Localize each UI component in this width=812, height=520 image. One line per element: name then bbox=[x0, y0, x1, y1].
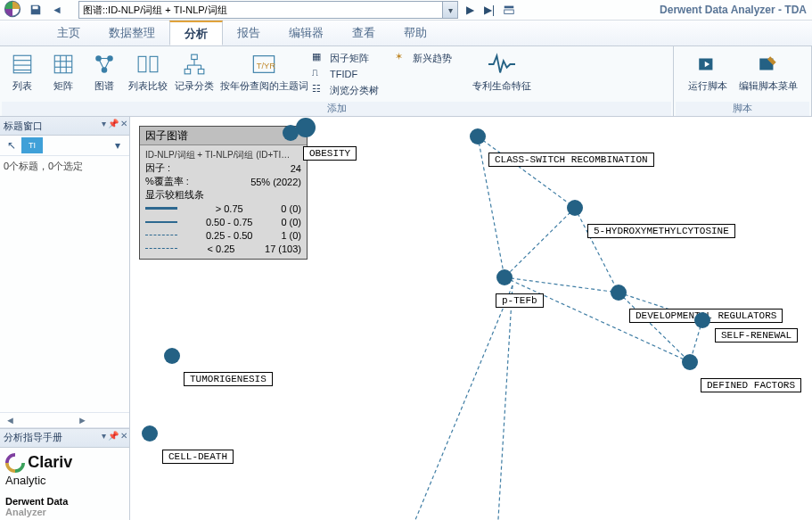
svg-rect-22 bbox=[198, 69, 204, 73]
left-column: 标题窗口 ▾ 📌 ✕ ↖ TI ▾ 0个标题，0个选定 ◄ ► 分析指导手册 bbox=[0, 117, 130, 520]
btn-topic-by-year[interactable]: T/YR 按年份查阅的主题词 bbox=[217, 48, 310, 100]
graph-node-label-tumor[interactable]: TUMORIGENESIS bbox=[184, 372, 273, 386]
clarivate-logo-icon bbox=[5, 453, 25, 475]
pulse-icon bbox=[488, 50, 516, 78]
btn-run-script[interactable]: 运行脚本 bbox=[682, 48, 734, 100]
svg-rect-18 bbox=[138, 56, 146, 71]
guide-pane: 分析指导手册 ▾ 📌 ✕ Clariv Analytic bbox=[0, 428, 129, 520]
btn-patent-life[interactable]: 专利生命特征 bbox=[466, 48, 537, 100]
svg-line-41 bbox=[398, 285, 513, 520]
title-window-toolbar: ↖ TI ▾ bbox=[0, 136, 129, 156]
tree-icon bbox=[180, 50, 209, 78]
context-dropdown[interactable]: 图谱::ID-NLP/词组 + TI-NLP/词组 ▾ bbox=[78, 1, 458, 19]
left-scroll-indicator[interactable]: ◄ ► bbox=[0, 412, 129, 428]
cursor-icon[interactable]: ↖ bbox=[4, 137, 20, 153]
svg-rect-1 bbox=[504, 6, 514, 9]
network-icon bbox=[90, 50, 119, 78]
graph-node-class[interactable] bbox=[470, 128, 486, 144]
app-icon bbox=[4, 0, 23, 20]
btn-map[interactable]: 图谱 bbox=[84, 48, 125, 100]
tab-help[interactable]: 帮助 bbox=[390, 21, 441, 45]
graph-node-label-pTEFb[interactable]: p-TEFb bbox=[496, 293, 544, 308]
scroll-right-icon[interactable]: ► bbox=[78, 415, 87, 425]
graph-node-celldeath[interactable] bbox=[142, 425, 158, 442]
close-icon[interactable]: ✕ bbox=[120, 119, 127, 128]
ti-badge[interactable]: TI bbox=[21, 137, 43, 153]
btn-record-class[interactable]: 记录分类 bbox=[171, 48, 217, 100]
scroll-left-icon[interactable]: ◄ bbox=[5, 415, 15, 425]
tab-report[interactable]: 报告 bbox=[223, 21, 275, 45]
legend-panel[interactable]: 因子图谱 ID-NLP/词组 + TI-NLP/词组 (ID+TI… 因子 : … bbox=[139, 126, 308, 260]
title-window-body: 0个标题，0个选定 bbox=[0, 156, 129, 412]
svg-rect-19 bbox=[150, 56, 158, 71]
chevron-down-icon[interactable]: ▾ bbox=[110, 137, 126, 153]
close-icon[interactable]: ✕ bbox=[120, 431, 127, 441]
sparkle-icon: ✶ bbox=[395, 51, 409, 65]
btn-factor-matrix[interactable]: ▦ 因子矩阵 bbox=[310, 50, 384, 66]
svg-line-42 bbox=[496, 285, 513, 520]
ribbon-group-script: 运行脚本 编辑脚本菜单 脚本 bbox=[674, 46, 812, 116]
workspace: 标题窗口 ▾ 📌 ✕ ↖ TI ▾ 0个标题，0个选定 ◄ ► 分析指导手册 bbox=[0, 117, 812, 520]
folder-tree-icon: ☷ bbox=[312, 83, 326, 97]
window-title: Derwent Data Analyzer - TDA bbox=[660, 0, 807, 20]
ribbon-group-add: 列表 矩阵 图谱 列表比较 bbox=[0, 46, 674, 116]
graph-node-label-selfren[interactable]: SELF-RENEWAL bbox=[715, 328, 798, 343]
graph-node-tumor[interactable] bbox=[164, 348, 180, 364]
skip-forward-icon[interactable]: ▶| bbox=[481, 2, 497, 18]
save-icon[interactable] bbox=[27, 1, 45, 19]
graph-node-hydroxy[interactable] bbox=[567, 200, 583, 216]
btn-browse-tree[interactable]: ☷ 浏览分类树 bbox=[310, 82, 384, 98]
graph-node-pTEFb[interactable] bbox=[496, 269, 513, 285]
graph-node-obesity[interactable] bbox=[283, 125, 299, 141]
btn-edit-script-menu[interactable]: 编辑脚本菜单 bbox=[734, 48, 803, 100]
titlebar: ◄ 图谱::ID-NLP/词组 + TI-NLP/词组 ▾ ▶ ▶| Derwe… bbox=[0, 0, 812, 21]
pin-icon[interactable]: 📌 bbox=[108, 119, 119, 128]
undo-icon[interactable]: ◄ bbox=[48, 1, 66, 19]
graph-node-label-obesity[interactable]: OBESITY bbox=[303, 146, 357, 161]
btn-list[interactable]: 列表 bbox=[2, 48, 43, 100]
btn-emerging[interactable]: ✶ 新兴趋势 bbox=[393, 50, 457, 66]
tab-home[interactable]: 主页 bbox=[43, 21, 94, 45]
btn-matrix[interactable]: 矩阵 bbox=[43, 48, 84, 100]
guide-body: Clariv Analytic Derwent Data Analyzer bbox=[0, 448, 129, 520]
legend-factors-value: 24 bbox=[291, 163, 301, 174]
graph-node-label-defined[interactable]: DEFINED FACTORS bbox=[701, 378, 801, 392]
tab-analysis[interactable]: 分析 bbox=[169, 21, 223, 45]
graph-node-devreg[interactable] bbox=[611, 285, 627, 301]
graph-node-label-hydroxy[interactable]: 5-HYDROXYMETHYLCYTOSINE bbox=[587, 224, 735, 238]
graph-node-defined[interactable] bbox=[682, 354, 698, 370]
play-icon[interactable]: ▶ bbox=[462, 2, 478, 18]
svg-rect-20 bbox=[192, 54, 198, 59]
menubar: 主页 数据整理 分析 报告 编辑器 查看 帮助 bbox=[0, 21, 812, 46]
tab-view[interactable]: 查看 bbox=[338, 21, 390, 45]
year-topic-icon: T/YR bbox=[250, 50, 278, 78]
svg-line-35 bbox=[575, 208, 619, 293]
layout-options-icon[interactable] bbox=[501, 2, 517, 18]
tfidf-icon: ⎍ bbox=[312, 67, 326, 81]
graph-node-label-celldeath[interactable]: CELL-DEATH bbox=[162, 450, 234, 464]
pane-header-title-window[interactable]: 标题窗口 ▾ 📌 ✕ bbox=[0, 117, 129, 136]
legend-subtitle: ID-NLP/词组 + TI-NLP/词组 (ID+TI… bbox=[145, 149, 301, 161]
chevron-down-icon[interactable]: ▾ bbox=[442, 2, 457, 18]
legend-coverage-value: 55% (2022) bbox=[250, 177, 301, 187]
svg-rect-2 bbox=[504, 10, 514, 13]
graph-node-label-class[interactable]: CLASS-SWITCH RECOMBINATION bbox=[488, 153, 654, 167]
legend-origin-node bbox=[296, 118, 316, 137]
pin-icon[interactable]: 📌 bbox=[108, 431, 119, 441]
menu-chevron-icon[interactable]: ▾ bbox=[102, 119, 106, 128]
btn-tfidf[interactable]: ⎍ TFIDF bbox=[310, 66, 384, 82]
matrix-icon bbox=[49, 50, 78, 78]
pane-header-guide[interactable]: 分析指导手册 ▾ 📌 ✕ bbox=[0, 429, 129, 448]
graph-node-selfren[interactable] bbox=[694, 312, 710, 328]
btn-list-compare[interactable]: 列表比较 bbox=[125, 48, 171, 100]
ribbon-group-script-label: 脚本 bbox=[676, 102, 809, 116]
svg-rect-7 bbox=[54, 55, 72, 73]
legend-factors-label: 因子 : bbox=[145, 161, 170, 175]
svg-text:T/YR: T/YR bbox=[257, 62, 276, 70]
graph-canvas[interactable]: 因子图谱 ID-NLP/词组 + TI-NLP/词组 (ID+TI… 因子 : … bbox=[130, 117, 812, 520]
edit-script-icon bbox=[754, 50, 783, 78]
brand-line1: Clariv bbox=[28, 453, 72, 471]
tab-editor[interactable]: 编辑器 bbox=[275, 21, 338, 45]
tab-data[interactable]: 数据整理 bbox=[94, 21, 169, 45]
menu-chevron-icon[interactable]: ▾ bbox=[102, 431, 106, 441]
